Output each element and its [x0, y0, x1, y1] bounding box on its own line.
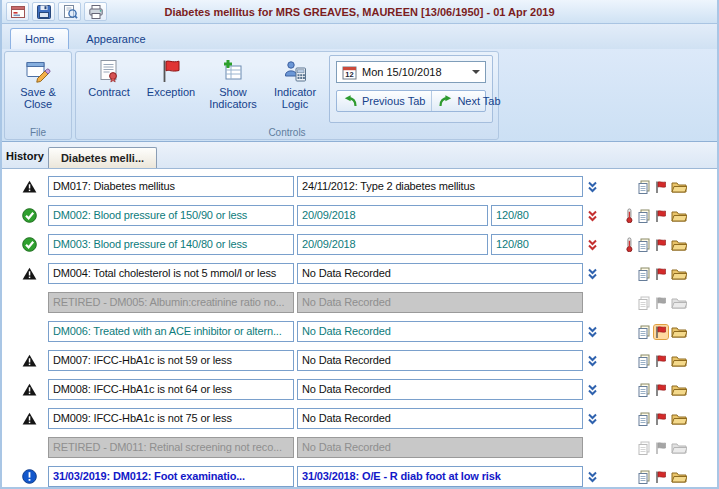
indicator-row[interactable]: DM007: IFCC-HbA1c is not 59 or less No D… — [12, 350, 687, 371]
chevron-double-down-icon[interactable] — [587, 326, 598, 338]
thermometer-icon[interactable] — [625, 208, 634, 223]
copy-icon[interactable] — [637, 412, 651, 426]
exception-button[interactable]: Exception — [141, 54, 201, 124]
thermometer-icon[interactable] — [625, 237, 634, 252]
show-indicators-button[interactable]: Show Indicators — [203, 54, 263, 124]
flag-icon[interactable] — [654, 238, 668, 252]
copy-icon[interactable] — [637, 441, 651, 455]
print-button[interactable] — [84, 2, 107, 21]
show-indicators-icon — [220, 58, 246, 84]
indicator-result[interactable]: 24/11/2012: Type 2 diabetes mellitus — [297, 176, 583, 197]
copy-icon[interactable] — [637, 383, 651, 397]
indicator-label[interactable]: DM006: Treated with an ACE inhibitor or … — [48, 321, 294, 342]
indicator-row[interactable]: DM004: Total cholesterol is not 5 mmol/l… — [12, 263, 687, 284]
indicator-result[interactable]: No Data Recorded — [297, 321, 583, 342]
folder-icon[interactable] — [671, 296, 687, 309]
save-close-button[interactable]: Save & Close — [8, 54, 68, 124]
copy-icon[interactable] — [637, 209, 651, 223]
indicator-logic-button[interactable]: Indicator Logic — [265, 54, 325, 124]
indicator-result[interactable]: No Data Recorded — [297, 379, 583, 400]
copy-icon[interactable] — [637, 325, 651, 339]
print-preview-button[interactable] — [58, 2, 81, 21]
indicator-label[interactable]: DM008: IFCC-HbA1c is not 64 or less — [48, 379, 294, 400]
indicator-label[interactable]: DM009: IFCC-HbA1c is not 75 or less — [48, 408, 294, 429]
chevron-double-down-icon[interactable] — [587, 210, 598, 222]
indicator-result[interactable]: No Data Recorded — [297, 437, 583, 458]
flag-icon[interactable] — [654, 209, 668, 223]
flag-icon[interactable] — [654, 412, 668, 426]
indicator-label[interactable]: DM003: Blood pressure of 140/80 or less — [48, 234, 294, 255]
indicator-row[interactable]: DM009: IFCC-HbA1c is not 75 or less No D… — [12, 408, 687, 429]
indicator-label[interactable]: RETIRED - DM005: Albumin:creatinine rati… — [48, 292, 294, 313]
copy-icon[interactable] — [637, 238, 651, 252]
copy-icon[interactable] — [637, 296, 651, 310]
indicator-label[interactable]: DM017: Diabetes mellitus — [48, 176, 294, 197]
chevron-double-down-icon[interactable] — [587, 268, 598, 280]
chevron-double-down-icon[interactable] — [587, 181, 598, 193]
flag-icon[interactable] — [654, 267, 668, 281]
chevron-double-down-icon[interactable] — [587, 355, 598, 367]
tab-appearance[interactable]: Appearance — [71, 28, 160, 49]
folder-icon[interactable] — [671, 354, 687, 367]
indicator-label[interactable]: DM002: Blood pressure of 150/90 or less — [48, 205, 294, 226]
indicator-result[interactable]: 20/09/2018 — [297, 205, 488, 226]
indicator-value[interactable]: 120/80 — [491, 205, 583, 226]
indicator-row[interactable]: 31/03/2019: DM012: Foot examinatio... 31… — [12, 466, 687, 487]
indicator-row[interactable]: DM006: Treated with an ACE inhibitor or … — [12, 321, 687, 342]
folder-icon[interactable] — [671, 412, 687, 425]
chevron-double-down-icon[interactable] — [587, 413, 598, 425]
app-button[interactable] — [6, 2, 29, 21]
flag-icon[interactable] — [654, 354, 668, 368]
flag-icon[interactable] — [654, 180, 668, 194]
print-icon — [88, 4, 104, 20]
flag-icon[interactable] — [654, 470, 668, 484]
flag-icon[interactable] — [654, 383, 668, 397]
folder-icon[interactable] — [671, 267, 687, 280]
copy-icon[interactable] — [637, 180, 651, 194]
flag-icon[interactable] — [654, 325, 668, 339]
row-actions — [583, 325, 687, 339]
indicator-value[interactable]: 120/80 — [491, 234, 583, 255]
chevron-double-down-icon[interactable] — [587, 384, 598, 396]
indicator-result[interactable]: No Data Recorded — [297, 292, 583, 313]
folder-icon[interactable] — [671, 238, 687, 251]
next-tab-button[interactable]: Next Tab — [431, 91, 506, 111]
folder-icon[interactable] — [671, 325, 687, 338]
folder-icon[interactable] — [671, 180, 687, 193]
indicator-row[interactable]: DM008: IFCC-HbA1c is not 64 or less No D… — [12, 379, 687, 400]
indicator-row[interactable]: RETIRED - DM005: Albumin:creatinine rati… — [12, 292, 687, 313]
save-button[interactable] — [32, 2, 55, 21]
date-picker[interactable]: 12 Mon 15/10/2018 — [336, 61, 486, 83]
warning-icon — [12, 383, 46, 396]
folder-icon[interactable] — [671, 441, 687, 454]
indicator-result[interactable]: 20/09/2018 — [297, 234, 488, 255]
indicator-result[interactable]: No Data Recorded — [297, 350, 583, 371]
indicator-label[interactable]: RETIRED - DM011: Retinal screening not r… — [48, 437, 294, 458]
folder-icon[interactable] — [671, 383, 687, 396]
chevron-double-down-icon[interactable] — [587, 239, 598, 251]
tab-diabetes-mellitus[interactable]: Diabetes melli... — [48, 147, 157, 168]
flag-icon[interactable] — [654, 296, 668, 310]
indicator-label[interactable]: DM004: Total cholesterol is not 5 mmol/l… — [48, 263, 294, 284]
indicator-result[interactable]: No Data Recorded — [297, 263, 583, 284]
indicator-label[interactable]: DM007: IFCC-HbA1c is not 59 or less — [48, 350, 294, 371]
print-preview-icon — [62, 4, 78, 20]
previous-tab-button[interactable]: Previous Tab — [337, 91, 431, 111]
indicator-row[interactable]: RETIRED - DM011: Retinal screening not r… — [12, 437, 687, 458]
indicator-row[interactable]: DM017: Diabetes mellitus 24/11/2012: Typ… — [12, 176, 687, 197]
save-icon — [36, 4, 52, 20]
indicator-result[interactable]: No Data Recorded — [297, 408, 583, 429]
copy-icon[interactable] — [637, 354, 651, 368]
tab-home[interactable]: Home — [10, 28, 69, 49]
copy-icon[interactable] — [637, 267, 651, 281]
flag-icon[interactable] — [654, 441, 668, 455]
indicator-row[interactable]: DM003: Blood pressure of 140/80 or less … — [12, 234, 687, 255]
copy-icon[interactable] — [637, 470, 651, 484]
folder-icon[interactable] — [671, 209, 687, 222]
contract-button[interactable]: Contract — [79, 54, 139, 124]
chevron-double-down-icon[interactable] — [587, 471, 598, 483]
indicator-label[interactable]: 31/03/2019: DM012: Foot examinatio... — [48, 466, 294, 487]
folder-icon[interactable] — [671, 470, 687, 483]
indicator-row[interactable]: DM002: Blood pressure of 150/90 or less … — [12, 205, 687, 226]
indicator-result[interactable]: 31/03/2018: O/E - R diab foot at low ris… — [297, 466, 583, 487]
